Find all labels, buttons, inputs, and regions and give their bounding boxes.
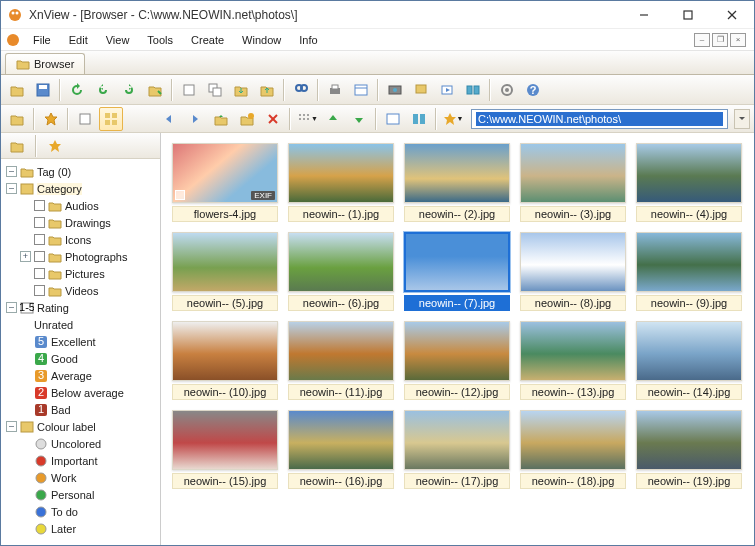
mdi-minimize[interactable]: – xyxy=(694,33,710,47)
thumbnail-image[interactable] xyxy=(288,143,394,203)
help-button[interactable]: ? xyxy=(521,78,545,102)
thumbnail-image[interactable] xyxy=(404,143,510,203)
tag-button[interactable] xyxy=(5,107,29,131)
mdi-restore[interactable]: ❐ xyxy=(712,33,728,47)
rotate-left-button[interactable] xyxy=(91,78,115,102)
minimize-button[interactable] xyxy=(622,1,666,29)
tree-colour-0[interactable]: Uncolored xyxy=(3,435,158,452)
menu-file[interactable]: File xyxy=(25,32,59,48)
compare-button[interactable] xyxy=(461,78,485,102)
thumb-cell[interactable]: neowin-- (13).jpg xyxy=(519,321,627,400)
thumbnail-grid[interactable]: EXIFflowers-4.jpgneowin-- (1).jpgneowin-… xyxy=(161,133,754,545)
tree-view[interactable]: –Tag (0)–CategoryAudiosDrawingsIcons+Pho… xyxy=(1,159,160,545)
thumb-cell[interactable]: neowin-- (11).jpg xyxy=(287,321,395,400)
view-thumbs-button[interactable] xyxy=(99,107,123,131)
thumbnail-image[interactable] xyxy=(172,321,278,381)
tree-rating-0[interactable]: Unrated xyxy=(3,316,158,333)
tree-colour-4[interactable]: To do xyxy=(3,503,158,520)
menu-edit[interactable]: Edit xyxy=(61,32,96,48)
thumbnail-image[interactable] xyxy=(520,143,626,203)
thumb-cell[interactable]: neowin-- (12).jpg xyxy=(403,321,511,400)
tree-rating-5[interactable]: 1Bad xyxy=(3,401,158,418)
thumb-cell[interactable]: neowin-- (1).jpg xyxy=(287,143,395,222)
menu-create[interactable]: Create xyxy=(183,32,232,48)
thumb-cell[interactable]: neowin-- (6).jpg xyxy=(287,232,395,311)
address-bar[interactable]: C:\www.NEOWIN.net\photos\ xyxy=(471,109,728,129)
thumb-cell[interactable]: neowin-- (19).jpg xyxy=(635,410,743,489)
up-button[interactable] xyxy=(209,107,233,131)
thumbnail-image[interactable] xyxy=(520,232,626,292)
thumbnail-image[interactable] xyxy=(288,321,394,381)
thumb-cell[interactable]: neowin-- (2).jpg xyxy=(403,143,511,222)
close-button[interactable] xyxy=(710,1,754,29)
tree-colour-5[interactable]: Later xyxy=(3,520,158,537)
cut-button[interactable] xyxy=(177,78,201,102)
capture-button[interactable] xyxy=(409,78,433,102)
tree-rating-3[interactable]: 3Average xyxy=(3,367,158,384)
layout-button[interactable] xyxy=(407,107,431,131)
menu-info[interactable]: Info xyxy=(291,32,325,48)
thumbnail-image[interactable] xyxy=(520,321,626,381)
thumbnail-image[interactable] xyxy=(404,410,510,470)
thumbnail-image[interactable]: EXIF xyxy=(172,143,278,203)
thumbnail-image[interactable] xyxy=(288,410,394,470)
properties-button[interactable] xyxy=(349,78,373,102)
tree-cat-pictures[interactable]: Pictures xyxy=(3,265,158,282)
thumb-cell[interactable]: neowin-- (16).jpg xyxy=(287,410,395,489)
mdi-close[interactable]: × xyxy=(730,33,746,47)
thumb-cell[interactable]: neowin-- (18).jpg xyxy=(519,410,627,489)
thumbnail-image[interactable] xyxy=(404,321,510,381)
copy-button[interactable] xyxy=(203,78,227,102)
thumb-cell[interactable]: neowin-- (7).jpg xyxy=(403,232,511,311)
thumbnail-image[interactable] xyxy=(636,321,742,381)
thumb-cell[interactable]: neowin-- (15).jpg xyxy=(171,410,279,489)
tree-cat-videos[interactable]: Videos xyxy=(3,282,158,299)
tree-colour-2[interactable]: Work xyxy=(3,469,158,486)
menu-view[interactable]: View xyxy=(98,32,138,48)
new-folder-button[interactable] xyxy=(235,107,259,131)
tree-cat-drawings[interactable]: Drawings xyxy=(3,214,158,231)
import-button[interactable] xyxy=(229,78,253,102)
tree-rating-1[interactable]: 5Excellent xyxy=(3,333,158,350)
tree-cat-icons[interactable]: Icons xyxy=(3,231,158,248)
thumbnail-image[interactable] xyxy=(288,232,394,292)
tree-rating-2[interactable]: 4Good xyxy=(3,350,158,367)
save-button[interactable] xyxy=(31,78,55,102)
tree-colour[interactable]: –Colour label xyxy=(3,418,158,435)
tree-cat-photographs[interactable]: +Photographs xyxy=(3,248,158,265)
open-button[interactable] xyxy=(5,78,29,102)
sidebar-tab-folders[interactable] xyxy=(5,134,29,158)
menu-tools[interactable]: Tools xyxy=(139,32,181,48)
sort-asc-button[interactable] xyxy=(321,107,345,131)
export-button[interactable] xyxy=(255,78,279,102)
tab-browser[interactable]: Browser xyxy=(5,53,85,74)
thumb-cell[interactable]: neowin-- (5).jpg xyxy=(171,232,279,311)
tree-tag[interactable]: –Tag (0) xyxy=(3,163,158,180)
tree-rating-4[interactable]: 2Below average xyxy=(3,384,158,401)
thumb-cell[interactable]: neowin-- (14).jpg xyxy=(635,321,743,400)
print-button[interactable] xyxy=(323,78,347,102)
maximize-button[interactable] xyxy=(666,1,710,29)
scan-button[interactable] xyxy=(383,78,407,102)
thumbnail-image[interactable] xyxy=(636,232,742,292)
star-button[interactable] xyxy=(39,107,63,131)
tree-rating[interactable]: –1-5Rating xyxy=(3,299,158,316)
tree-colour-1[interactable]: Important xyxy=(3,452,158,469)
view-list-button[interactable] xyxy=(73,107,97,131)
address-dropdown[interactable] xyxy=(734,109,750,129)
sort-desc-button[interactable] xyxy=(347,107,371,131)
thumb-cell[interactable]: neowin-- (17).jpg xyxy=(403,410,511,489)
forward-button[interactable] xyxy=(183,107,207,131)
thumb-cell[interactable]: neowin-- (9).jpg xyxy=(635,232,743,311)
tree-cat-audios[interactable]: Audios xyxy=(3,197,158,214)
favorite-button[interactable]: ▼ xyxy=(441,107,465,131)
sort-button[interactable]: ▼ xyxy=(295,107,319,131)
thumbnail-image[interactable] xyxy=(404,232,510,292)
thumbnail-image[interactable] xyxy=(172,232,278,292)
sidebar-tab-favorites[interactable] xyxy=(43,134,67,158)
thumbnail-image[interactable] xyxy=(636,410,742,470)
tree-category[interactable]: –Category xyxy=(3,180,158,197)
back-button[interactable] xyxy=(157,107,181,131)
thumb-cell[interactable]: EXIFflowers-4.jpg xyxy=(171,143,279,222)
search-button[interactable] xyxy=(289,78,313,102)
